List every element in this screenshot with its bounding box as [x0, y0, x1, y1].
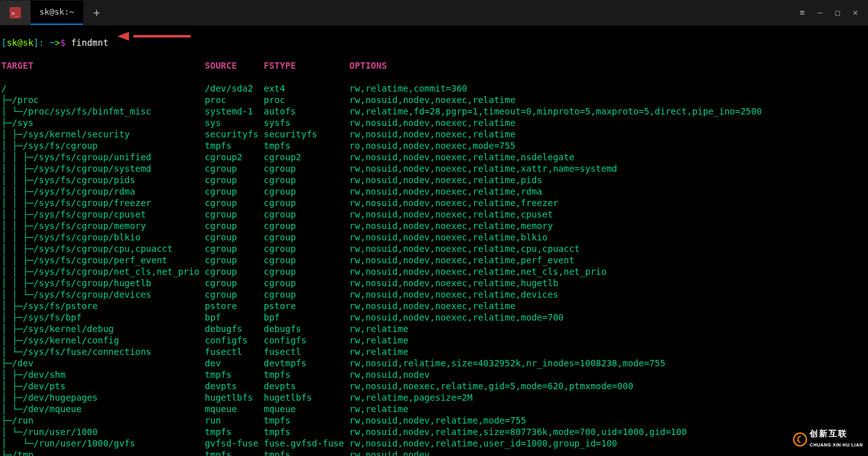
- watermark: ☾ 创新互联 CHUANG XIN HU LIAN: [793, 428, 863, 451]
- column-headers: TARGET SOURCE FSTYPE OPTIONS: [1, 60, 867, 71]
- mount-row: │ │ ├─/sys/fs/cgroup/systemd cgroup cgro…: [1, 163, 867, 174]
- mount-row: ├─/run run tmpfs rw,nosuid,nodev,relatim…: [1, 415, 867, 426]
- mount-row: │ ├─/dev/shm tmpfs tmpfs rw,nosuid,nodev: [1, 369, 867, 380]
- watermark-text-top: 创新互联: [810, 428, 863, 439]
- mount-row: │ ├─/sys/fs/pstore pstore pstore rw,nosu…: [1, 300, 867, 312]
- mount-row: │ ├─/sys/kernel/config configfs configfs…: [1, 335, 867, 346]
- terminal-icon: [10, 7, 21, 18]
- mount-row: ├─/dev dev devtmpfs rw,nosuid,relatime,s…: [1, 357, 867, 369]
- mount-row: │ │ ├─/sys/fs/cgroup/cpu,cpuacct cgroup …: [1, 243, 867, 254]
- mount-row: │ └─/run/user/1000/gvfs gvfsd-fuse fuse.…: [1, 438, 867, 449]
- mount-row: │ │ ├─/sys/fs/cgroup/memory cgroup cgrou…: [1, 220, 867, 231]
- mount-row: │ │ ├─/sys/fs/cgroup/pids cgroup cgroup …: [1, 174, 867, 186]
- minimize-button[interactable]: —: [818, 7, 823, 18]
- tab-terminal-icon[interactable]: [0, 1, 31, 25]
- maximize-button[interactable]: ▢: [835, 7, 840, 18]
- mount-row: │ │ ├─/sys/fs/cgroup/unified cgroup2 cgr…: [1, 151, 867, 163]
- tab-label: sk@sk:~: [39, 6, 74, 18]
- mount-row: │ ├─/sys/kernel/debug debugfs debugfs rw…: [1, 323, 867, 335]
- mount-row: ├─/sys sys sysfs rw,nosuid,nodev,noexec,…: [1, 117, 867, 128]
- mount-row: │ │ ├─/sys/fs/cgroup/perf_event cgroup c…: [1, 254, 867, 266]
- mount-rows: / /dev/sda2 ext4 rw,relatime,commit=360├…: [1, 83, 867, 456]
- mount-row: ├─/proc proc proc rw,nosuid,nodev,noexec…: [1, 94, 867, 106]
- watermark-text-bottom: CHUANG XIN HU LIAN: [810, 439, 863, 451]
- menu-icon[interactable]: ≡: [800, 7, 805, 18]
- mount-row: / /dev/sda2 ext4 rw,relatime,commit=360: [1, 83, 867, 94]
- annotation-arrow: [118, 32, 191, 41]
- mount-row: │ ├─/sys/kernel/security securityfs secu…: [1, 128, 867, 140]
- mount-row: │ │ ├─/sys/fs/cgroup/blkio cgroup cgroup…: [1, 231, 867, 243]
- window-controls: ≡ — ▢ ✕: [800, 7, 868, 18]
- mount-row: ├─/tmp tmpfs tmpfs rw,nosuid,nodev: [1, 449, 867, 456]
- mount-row: │ │ ├─/sys/fs/cgroup/hugetlb cgroup cgro…: [1, 277, 867, 289]
- titlebar: sk@sk:~ + ≡ — ▢ ✕: [0, 0, 868, 25]
- mount-row: │ ├─/dev/hugepages hugetlbfs hugetlbfs r…: [1, 392, 867, 403]
- mount-row: │ ├─/sys/fs/cgroup tmpfs tmpfs ro,nosuid…: [1, 140, 867, 151]
- command-text: findmnt: [71, 38, 109, 48]
- mount-row: │ │ ├─/sys/fs/cgroup/net_cls,net_prio cg…: [1, 266, 867, 277]
- mount-row: │ │ ├─/sys/fs/cgroup/freezer cgroup cgro…: [1, 197, 867, 209]
- mount-row: │ └─/run/user/1000 tmpfs tmpfs rw,nosuid…: [1, 426, 867, 438]
- prompt-line: [sk@sk]: ~>$ findmnt: [1, 37, 867, 48]
- mount-row: │ ├─/sys/fs/bpf bpf bpf rw,nosuid,nodev,…: [1, 312, 867, 323]
- plus-icon: +: [93, 7, 100, 18]
- mount-row: │ ├─/dev/pts devpts devpts rw,nosuid,noe…: [1, 380, 867, 392]
- mount-row: │ └─/sys/fs/fuse/connections fusectl fus…: [1, 346, 867, 357]
- mount-row: │ │ ├─/sys/fs/cgroup/rdma cgroup cgroup …: [1, 186, 867, 197]
- mount-row: │ │ ├─/sys/fs/cgroup/cpuset cgroup cgrou…: [1, 209, 867, 220]
- terminal-output[interactable]: [sk@sk]: ~>$ findmnt TARGET SOURCE FSTYP…: [0, 25, 868, 456]
- new-tab-button[interactable]: +: [83, 1, 110, 25]
- tab-active[interactable]: sk@sk:~: [31, 1, 83, 25]
- mount-row: │ └─/dev/mqueue mqueue mqueue rw,relatim…: [1, 403, 867, 415]
- close-button[interactable]: ✕: [853, 7, 858, 18]
- watermark-logo-icon: ☾: [793, 432, 807, 446]
- mount-row: │ │ └─/sys/fs/cgroup/devices cgroup cgro…: [1, 289, 867, 300]
- mount-row: │ └─/proc/sys/fs/binfmt_misc systemd-1 a…: [1, 106, 867, 117]
